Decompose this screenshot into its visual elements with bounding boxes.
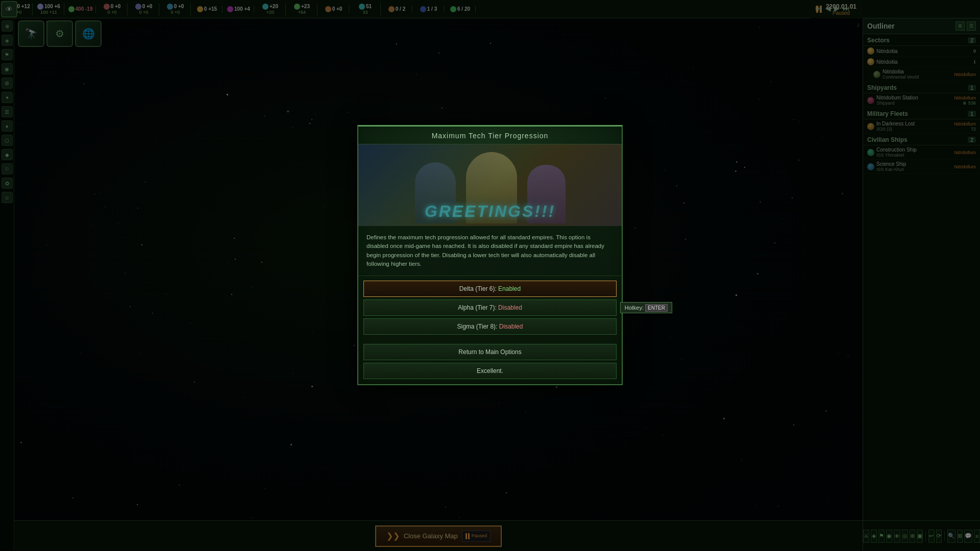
delta-option-button[interactable]: Delta (Tier 6): Enabled (363, 281, 617, 297)
hotkey-tooltip: Hotkey: ENTER (620, 302, 672, 313)
modal-description: Defines the maximum tech progression all… (358, 226, 622, 276)
hotkey-key: ENTER (645, 304, 668, 312)
delta-label: Delta (Tier 6): (459, 285, 498, 292)
greetings-text: GREETINGS!!! (358, 202, 622, 221)
alpha-label: Alpha (Tier 7): (458, 304, 498, 311)
modal-image: GREETINGS!!! (358, 144, 622, 226)
alpha-state: Disabled (498, 304, 522, 311)
delta-state: Enabled (498, 285, 521, 292)
modal-overlay: Maximum Tech Tier Progression GREETINGS!… (0, 0, 980, 551)
sigma-state: Disabled (499, 323, 523, 330)
modal-title: Maximum Tech Tier Progression (358, 127, 622, 144)
modal-dialog: Maximum Tech Tier Progression GREETINGS!… (357, 125, 623, 385)
modal-options: Delta (Tier 6): Enabled Alpha (Tier 7): … (358, 276, 622, 339)
hotkey-label: Hotkey: (625, 305, 644, 311)
sigma-option-button[interactable]: Sigma (Tier 8): Disabled (363, 318, 617, 335)
sigma-label: Sigma (Tier 8): (457, 323, 499, 330)
alpha-option-button[interactable]: Alpha (Tier 7): Disabled Hotkey: ENTER (363, 299, 617, 316)
confirm-button[interactable]: Excellent. (363, 363, 617, 379)
return-to-main-options-button[interactable]: Return to Main Options (363, 344, 617, 360)
